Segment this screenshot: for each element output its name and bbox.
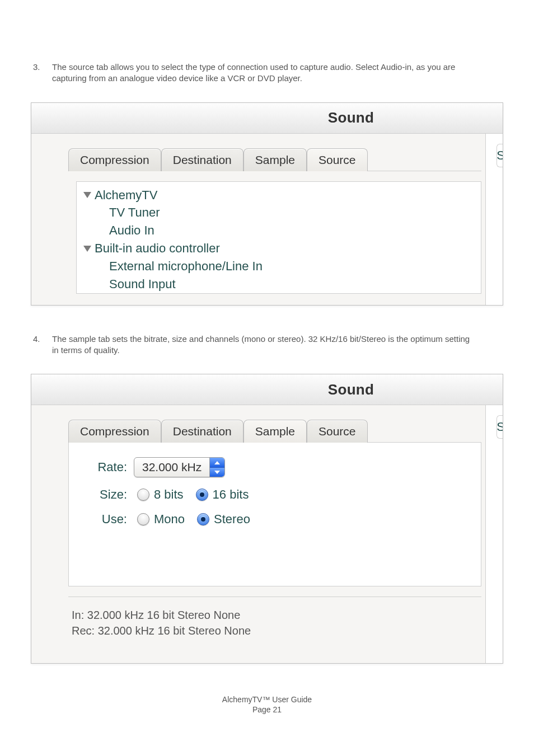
rate-combo[interactable]: 32.000 kHz (134, 457, 225, 477)
tree-item-tv-tuner[interactable]: TV Tuner (77, 204, 481, 222)
radio-dot-icon (197, 513, 209, 525)
window-titlebar: Sound (31, 374, 503, 405)
radio-dot-icon (196, 489, 208, 501)
footer-title: AlchemyTV™ User Guide (31, 695, 503, 704)
tree-item-audio-in[interactable]: Audio In (77, 222, 481, 240)
instruction-number: 4. (31, 334, 52, 345)
tab-source[interactable]: Source (307, 148, 368, 171)
rate-label: Rate: (79, 460, 127, 475)
status-rec-line: Rec: 32.000 kHz 16 bit Stereo None (72, 623, 478, 638)
window-titlebar: Sound (31, 103, 503, 134)
tab-sample[interactable]: Sample (243, 148, 307, 171)
tab-destination[interactable]: Destination (161, 148, 243, 171)
page-footer: AlchemyTV™ User Guide Page 21 (31, 695, 503, 714)
use-row: Use: Mono Stereo (79, 512, 471, 527)
triangle-down-icon (214, 471, 220, 474)
tab-source[interactable]: Source (307, 420, 368, 443)
use-label: Use: (79, 512, 127, 527)
radio-dot-icon (137, 513, 149, 525)
radio-label: Stereo (214, 512, 250, 527)
source-tree: AlchemyTV TV Tuner Audio In Built-in aud… (76, 181, 481, 294)
tab-destination[interactable]: Destination (161, 420, 243, 443)
size-row: Size: 8 bits 16 bits (79, 487, 471, 502)
size-label: Size: (79, 487, 127, 502)
tree-item-label: Sound Input (109, 275, 176, 293)
tab-bar: Compression Destination Sample Source (68, 419, 481, 443)
radio-label: Mono (154, 512, 185, 527)
triangle-up-icon (214, 461, 220, 464)
tree-item-label: External microphone/Line In (109, 257, 263, 275)
radio-label: 8 bits (154, 487, 184, 502)
tree-group-label: AlchemyTV (95, 186, 157, 204)
radio-stereo[interactable]: Stereo (197, 512, 250, 527)
partial-right-strip: S (485, 134, 503, 305)
tab-compression[interactable]: Compression (68, 420, 161, 443)
status-in-line: In: 32.000 kHz 16 bit Stereo None (72, 607, 478, 623)
tab-compression[interactable]: Compression (68, 148, 161, 171)
tree-group-builtin-audio[interactable]: Built-in audio controller (77, 240, 481, 257)
radio-8bits[interactable]: 8 bits (137, 487, 184, 502)
tree-group-label: Built-in audio controller (95, 240, 220, 257)
radio-label: 16 bits (213, 487, 249, 502)
tree-group-alchemytv[interactable]: AlchemyTV (77, 186, 481, 204)
radio-16bits[interactable]: 16 bits (196, 487, 249, 502)
partial-right-strip: S (485, 405, 503, 663)
window-title: Sound (328, 381, 374, 398)
instruction-number: 3. (31, 62, 52, 73)
partial-letter: S (496, 148, 503, 163)
footer-page-number: 21 (273, 705, 282, 714)
tree-item-sound-input[interactable]: Sound Input (77, 275, 481, 293)
disclosure-triangle-icon[interactable] (83, 246, 91, 252)
sound-sample-panel: Sound S Compression Destination Sample S… (31, 374, 503, 664)
sample-tab-content: Rate: 32.000 kHz Size: 8 bits (68, 443, 481, 586)
rate-value: 32.000 kHz (134, 458, 209, 477)
instruction-text: The sample tab sets the bitrate, size an… (52, 334, 477, 356)
footer-page-label: Page (252, 705, 273, 714)
instruction-3: 3. The source tab allows you to select t… (31, 62, 503, 84)
tree-item-label: TV Tuner (109, 204, 160, 222)
stepper-icon[interactable] (209, 458, 224, 477)
disclosure-triangle-icon[interactable] (83, 192, 91, 198)
instruction-4: 4. The sample tab sets the bitrate, size… (31, 334, 503, 356)
radio-mono[interactable]: Mono (137, 512, 185, 527)
radio-dot-icon (137, 489, 149, 501)
tree-item-label: Audio In (109, 222, 154, 240)
tab-bar: Compression Destination Sample Source (68, 147, 481, 171)
window-title: Sound (328, 109, 374, 126)
tab-sample[interactable]: Sample (243, 420, 307, 443)
instruction-text: The source tab allows you to select the … (52, 62, 477, 84)
tree-item-ext-mic[interactable]: External microphone/Line In (77, 257, 481, 275)
sound-source-panel: Sound S Compression Destination Sample S… (31, 102, 503, 306)
status-block: In: 32.000 kHz 16 bit Stereo None Rec: 3… (68, 597, 481, 652)
partial-letter: S (496, 420, 503, 434)
rate-row: Rate: 32.000 kHz (79, 457, 471, 477)
